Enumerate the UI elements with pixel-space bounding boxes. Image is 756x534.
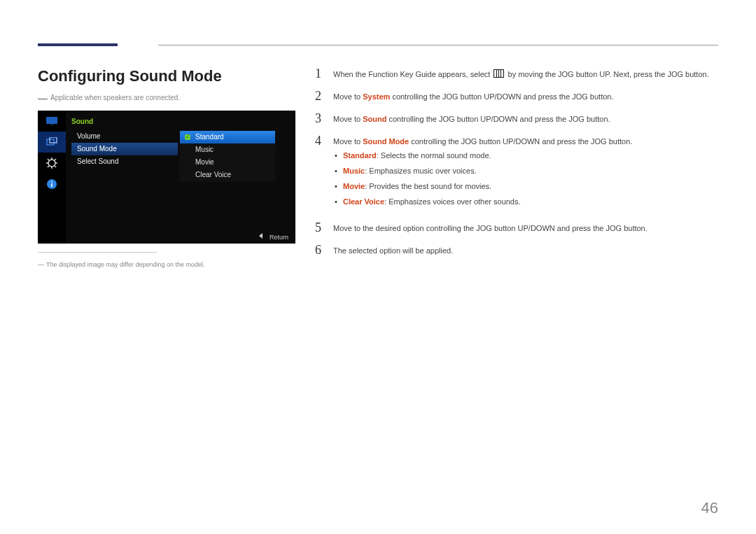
page-number: 46 (701, 499, 718, 517)
osd-screenshot: Sound Volume Sound Mode Select Sound Sta… (38, 111, 295, 244)
bullet-clear-voice: Clear Voice: Emphasizes voices over othe… (333, 196, 718, 207)
menu-icon (493, 69, 504, 78)
osd-menu-item: Volume (71, 130, 178, 143)
step-1: 1 When the Function Key Guide appears, s… (315, 67, 718, 80)
step-3: 3 Move to Sound controlling the JOG butt… (315, 112, 718, 125)
step-5: 5 Move to the desired option controlling… (315, 221, 718, 234)
manual-page: Configuring Sound Mode ―Applicable when … (0, 0, 756, 534)
bullet-music: Music: Emphasizes music over voices. (333, 165, 718, 176)
instruction-list: 1 When the Function Key Guide appears, s… (315, 67, 718, 266)
svg-rect-0 (46, 117, 57, 124)
step-text: The selected option will be applied. (333, 244, 718, 256)
svg-rect-2 (47, 139, 54, 145)
mode-bullets: Standard: Selects the normal sound mode.… (333, 150, 718, 207)
svg-line-10 (55, 166, 56, 167)
footnote-divider (38, 252, 157, 253)
step-6: 6 The selected option will be applied. (315, 244, 718, 256)
step-number: 5 (315, 221, 333, 234)
page-heading: Configuring Sound Mode (38, 67, 222, 85)
info-icon (38, 174, 66, 195)
osd-footer: Return (259, 233, 288, 241)
osd-submenu-item-selected: Standard (180, 131, 275, 143)
step-text: When the Function Key Guide appears, sel… (333, 67, 718, 80)
step-4: 4 Move to Sound Mode controlling the JOG… (315, 134, 718, 211)
osd-sidebar (38, 111, 66, 244)
bullet-standard: Standard: Selects the normal sound mode. (333, 150, 718, 161)
svg-rect-1 (50, 124, 53, 125)
note-text: Applicable when speakers are connected. (50, 94, 180, 101)
header-accent-rule (38, 43, 118, 46)
note-dash-icon: ― (38, 92, 48, 104)
image-disclaimer: ―The displayed image may differ dependin… (38, 261, 204, 268)
osd-submenu: Standard Music Movie Clear Voice (179, 130, 276, 182)
bullet-movie: Movie: Provides the best sound for movie… (333, 181, 718, 192)
note-dash-icon: ― (38, 261, 44, 268)
osd-submenu-item: Music (180, 143, 275, 156)
osd-menu-item: Select Sound (71, 155, 178, 168)
monitor-icon (38, 111, 66, 132)
header-rule (158, 45, 718, 45)
svg-point-4 (48, 160, 55, 167)
svg-rect-15 (51, 181, 52, 183)
step-text: Move to Sound Mode controlling the JOG b… (333, 134, 718, 211)
osd-main-menu: Volume Sound Mode Select Sound (71, 130, 178, 168)
gear-icon (38, 153, 66, 174)
svg-line-12 (48, 166, 49, 167)
svg-rect-14 (51, 183, 52, 187)
step-number: 6 (315, 244, 333, 256)
step-number: 1 (315, 67, 333, 80)
step-number: 4 (315, 134, 333, 147)
step-2: 2 Move to System controlling the JOG but… (315, 90, 718, 102)
footnote-text: The displayed image may differ depending… (46, 261, 204, 268)
svg-line-11 (55, 159, 56, 160)
step-text: Move to System controlling the JOG butto… (333, 90, 718, 102)
osd-submenu-item: Movie (180, 156, 275, 169)
step-number: 3 (315, 112, 333, 125)
osd-submenu-item: Clear Voice (180, 169, 275, 181)
osd-menu-item-selected: Sound Mode (71, 143, 178, 155)
osd-title: Sound (71, 118, 93, 125)
overlay-icon (38, 132, 66, 153)
back-arrow-icon (259, 233, 262, 239)
step-text: Move to the desired option controlling t… (333, 221, 718, 234)
step-text: Move to Sound controlling the JOG button… (333, 112, 718, 125)
applicability-note: ―Applicable when speakers are connected. (38, 92, 180, 104)
step-number: 2 (315, 90, 333, 102)
return-label: Return (270, 234, 288, 241)
svg-rect-3 (50, 137, 57, 143)
svg-line-9 (48, 159, 49, 160)
